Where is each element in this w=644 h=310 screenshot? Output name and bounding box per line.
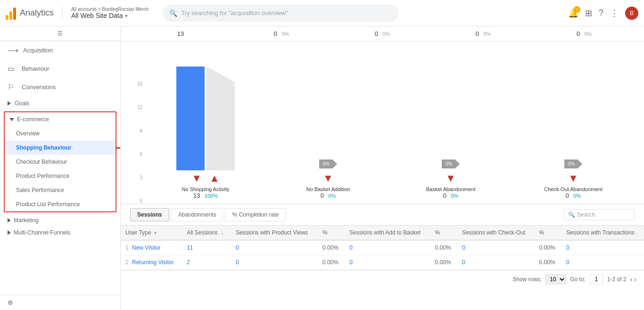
analytics-logo-icon [6,7,16,20]
cell-pct3-1: 0.00% [535,255,561,270]
avatar[interactable]: B [625,7,638,20]
arrow-pct-2: 0% [319,159,337,168]
ecommerce-header[interactable]: E-commerce [5,112,116,126]
cell-index-1: 2 Returning Visitor [121,255,182,270]
search-icon-table: 🔍 [568,211,575,218]
funnel-col2-label: No Basket Addition [306,186,350,192]
help-icon[interactable]: ? [599,8,603,18]
y-label-3: 3 [130,175,142,180]
notification-badge: 1 [574,6,580,13]
next-page-arrow[interactable]: › [634,276,636,283]
col-pct1-header: % [318,226,345,240]
account-path: All accounts > BootlegRocstar Merch [71,7,149,12]
sidebar-item-product-performance[interactable]: Product Performance [5,169,116,183]
more-icon[interactable]: ⋮ [610,8,619,18]
top-val-col-1: 13 [130,28,231,39]
funnel-col-1: ▼ ▲ No Shopping Activity 13 100% [144,52,267,204]
col-product-views-header[interactable]: Sessions with Product Views [231,226,318,240]
sidebar-item-checkout-behaviour[interactable]: Checkout Behaviour [5,155,116,169]
sidebar-multichannel-section[interactable]: Multi-Channel Funnels [0,226,120,239]
data-table: User Type ▾ All Sessions ↓ Sessions with… [121,226,644,270]
user-type-filter-icon[interactable]: ▾ [154,230,157,235]
tab-sessions[interactable]: Sessions [130,208,169,221]
behaviour-label: Behaviour [22,65,50,72]
funnel-col4-label: Check-Out Abandonment [544,186,603,192]
table-search[interactable]: 🔍 Search [564,209,635,220]
sidebar: ☰ ⟶ Acquisition ▭ Behaviour ⚐ Conversion… [0,26,121,310]
col-pct3-header: % [535,226,561,240]
table-footer: Show rows: 10 25 50 Go to: 1-2 of 2 ‹ › [121,270,644,288]
table-row: 2 Returning Visitor 2 0 0.00% 0 0.00% 0 … [121,255,644,270]
funnel-bar-blue [176,67,205,170]
funnel-col3-down-arrow: ▼ [446,172,456,184]
funnel-col2-bar-area [267,42,389,159]
sidebar-item-conversions[interactable]: ⚐ Conversions [0,78,120,96]
prev-page-arrow[interactable]: ‹ [630,276,633,283]
logo-divider [62,6,63,20]
acquisition-label: Acquisition [23,47,53,54]
goto-page-input[interactable] [589,275,603,284]
top-val-5-pct: 0% [581,31,592,37]
top-val-col-3: 0 0% [332,28,433,39]
data-table-container: User Type ▾ All Sessions ↓ Sessions with… [121,226,644,270]
funnel-col2-down-arrow: ▼ [323,172,333,184]
logo-area: Analytics [6,7,54,20]
sidebar-item-shopping-behaviour[interactable]: Shopping Behaviour [5,141,116,155]
sidebar-collapse-button[interactable]: ☰ [0,26,120,41]
sidebar-item-acquisition[interactable]: ⟶ Acquisition [0,41,120,59]
arrow-pct-3: 0% [442,159,460,168]
goals-label: Goals [15,100,29,107]
top-val-col-2: 0 0% [231,28,332,39]
cell-index-0: 1 New Visitor [121,240,182,255]
top-val-4-pct: 0% [480,31,491,37]
funnel-col3-label: Basket Abandonment [426,186,476,192]
sidebar-settings[interactable]: ⚙ [0,295,120,310]
sidebar-item-product-list[interactable]: Product List Performance [5,197,116,211]
cell-product-views-1: 0 [231,255,318,270]
y-label-15: 15 [130,81,142,86]
cell-pct2-0: 0.00% [430,240,457,255]
funnel-col1-down-arrow: ▼ [191,172,202,184]
search-icon: 🔍 [169,9,177,17]
cell-basket-0: 0 [345,240,430,255]
funnel-col4-down-arrow: ▼ [568,172,578,184]
top-val-4-num: 0 [476,30,479,37]
tabs-bar: Sessions Abandonments % Completion rate … [121,204,644,226]
cell-checkout-0: 0 [457,240,535,255]
col-checkout-header[interactable]: Sessions with Check-Out [457,226,535,240]
rows-per-page-select[interactable]: 10 25 50 [545,274,566,285]
logo-bar-3 [13,8,16,20]
y-label-0: 0 [130,199,142,204]
col-basket-header[interactable]: Sessions with Add to Basket [345,226,430,240]
apps-icon[interactable]: ⊞ [585,8,592,18]
top-val-1-num: 13 [177,30,184,37]
account-name: All Web Site Data [71,12,123,19]
account-selector[interactable]: All Web Site Data ▾ [71,12,149,19]
cell-user-type-1[interactable]: Returning Visitor [132,259,174,266]
pagination-arrows: ‹ › [630,276,636,283]
all-sessions-sort-icon[interactable]: ↓ [221,230,223,235]
cell-pct2-1: 0.00% [430,255,457,270]
col-user-type-header[interactable]: User Type ▾ [121,226,182,240]
y-axis: 15 12 9 6 3 0 [130,81,144,204]
sidebar-item-overview[interactable]: Overview [5,126,116,141]
top-val-3-pct: 0% [380,31,390,37]
notification-button[interactable]: 🔔 1 [568,8,578,18]
ecommerce-section: E-commerce Overview Shopping Behaviour C… [4,111,116,212]
col-pct2-header: % [430,226,457,240]
funnel-col-3: 0% ▼ Basket Abandonment 0 0% [389,42,512,204]
col-transactions-header[interactable]: Sessions with Transactions [561,226,644,240]
sidebar-marketing-section[interactable]: Marketing [0,214,120,226]
funnel-bar-gray [206,67,235,170]
tab-completion-rate[interactable]: % Completion rate [225,208,286,221]
search-bar[interactable]: 🔍 Try searching for "acquisition overvie… [163,5,398,22]
goto-label: Go to: [570,276,586,283]
funnel-col1-up-arrow: ▲ [209,172,220,184]
col-all-sessions-header[interactable]: All Sessions ↓ [182,226,231,240]
tab-abandonments[interactable]: Abandonments [171,208,223,221]
sidebar-item-behaviour[interactable]: ▭ Behaviour [0,59,120,78]
cell-pct1-0: 0.00% [318,240,345,255]
sidebar-item-sales-performance[interactable]: Sales Performance [5,183,116,197]
cell-user-type-0[interactable]: New Visitor [132,244,160,251]
sidebar-goals-section[interactable]: Goals [0,96,120,109]
